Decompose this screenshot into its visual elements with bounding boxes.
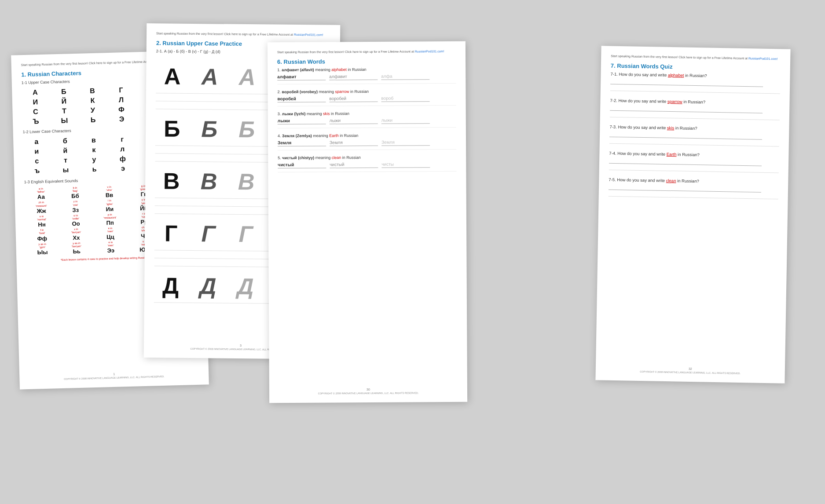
word-box-medium: лыжи: [330, 118, 378, 124]
sheet-russian-words-quiz: Start speaking Russian from the very fir…: [595, 46, 790, 383]
word-entry-4: 4. Земля (Zemlya) meaning Earth in Russi…: [278, 133, 456, 150]
equiv-item: e in'men' Цц: [94, 226, 127, 240]
char-cell: г: [109, 135, 136, 145]
char-cell: б: [51, 136, 79, 146]
equiv-item: n in'normal' Нн: [25, 215, 59, 228]
char-cell: Г: [107, 86, 135, 95]
q2-word: sparrow: [667, 99, 682, 104]
word-entry-2: 2. воробей (vorobey) meaning sparrow in …: [277, 89, 456, 106]
equiv-item: y as in'lavryan' Ьь: [60, 241, 93, 255]
char-cell: т: [52, 156, 79, 165]
equiv-item: y as in'gym' Ыы: [26, 242, 59, 256]
word-box-light: чисты: [381, 161, 430, 168]
big-char-main: Д: [154, 272, 187, 299]
q1-word: alphabet: [668, 73, 684, 78]
char-cell: э: [110, 164, 137, 173]
q3-word: skis: [667, 125, 675, 130]
q2-num: 7-2.: [610, 98, 618, 103]
equiv-item: o in'order' Оо: [59, 214, 92, 227]
char-cell: Т: [51, 106, 78, 116]
char-cell: С: [22, 107, 49, 117]
char-cell: В: [79, 86, 106, 96]
q3-text: How do you say and write: [618, 124, 667, 130]
big-char-v1: Б: [193, 116, 226, 142]
promo-text-3: Start speaking Russian from the very fir…: [277, 49, 456, 54]
word-title-2: 2. воробей (vorobey) meaning sparrow in …: [277, 89, 456, 94]
equiv-item: z in'zoo' Зз: [59, 200, 92, 214]
word-box-light: алфа: [381, 73, 429, 80]
answer-line-5: [609, 185, 762, 193]
word-box-light: Земля: [381, 139, 430, 146]
char-cell: Ъ: [22, 117, 50, 127]
word-box-bold: алфавит: [277, 74, 326, 81]
word-entry-1: 1. алфавит (alfavit) meaning alphabet in…: [277, 67, 456, 84]
q4-word: Earth: [667, 152, 677, 157]
big-char-v2: А: [231, 64, 264, 91]
equiv-item: a in'father' Аа: [24, 187, 58, 201]
answer-line-1: [610, 79, 763, 87]
q4-tail: in Russian?: [678, 152, 700, 157]
word-box-bold: чистый: [278, 162, 326, 169]
big-char-main: А: [156, 63, 189, 90]
q3-num: 7-3.: [609, 124, 618, 129]
char-cell: Й: [51, 97, 78, 106]
quiz-q2: 7-2. How do you say and write sparrow in…: [610, 98, 780, 121]
q5-tail: in Russian?: [677, 178, 699, 183]
sheet-russian-words: Start speaking Russian from the very fir…: [268, 41, 467, 403]
q5-text: How do you say and write: [617, 177, 666, 183]
q3-tail: in Russian?: [675, 125, 697, 131]
word-practice-5: чистый чистый чисты: [278, 161, 456, 168]
sheet3-page-num: 30: [269, 387, 467, 391]
char-cell: к: [81, 145, 108, 155]
q4-num: 7-4.: [609, 151, 617, 156]
word-box-medium: алфавит: [329, 74, 378, 80]
word-box-medium: чистый: [330, 162, 378, 168]
char-cell: ь: [81, 164, 108, 174]
q2-tail: in Russian?: [683, 99, 705, 105]
word-title-4: 4. Земля (Zemlya) meaning Earth in Russi…: [278, 133, 456, 138]
char-cell: У: [79, 106, 106, 115]
q1-num: 7-1.: [610, 72, 619, 77]
word-practice-3: лыжи лыжи лыжи: [278, 117, 456, 124]
q5-word: clean: [666, 178, 676, 183]
answer-line-4: [609, 158, 762, 166]
q2-text: How do you say and write: [618, 98, 667, 104]
quiz-q1: 7-1. How do you say and write alphabet i…: [610, 72, 781, 94]
word-box-bold: Земля: [278, 140, 326, 147]
q1-tail: in Russian?: [685, 73, 707, 78]
quiz-q5: 7-5. How do you say and write clean in R…: [609, 177, 779, 200]
char-cell: а: [23, 137, 50, 147]
equiv-item: p in'restaurant' Пп: [93, 213, 127, 226]
answer-line-2: [610, 106, 763, 113]
big-char-v1: Г: [192, 220, 225, 247]
char-cell: К: [79, 96, 106, 106]
big-char-main: В: [155, 168, 188, 194]
big-char-main: Б: [155, 115, 189, 142]
char-cell: ы: [52, 165, 80, 175]
char-cell: л: [109, 145, 136, 154]
word-box-medium: воробей: [329, 96, 378, 102]
char-cell: Б: [50, 87, 77, 97]
word-box-bold: лыжи: [278, 118, 326, 125]
big-char-v2: Г: [229, 221, 263, 248]
char-cell: И: [22, 98, 49, 107]
big-char-main: Г: [154, 220, 188, 247]
word-box-light: лыжи: [381, 117, 430, 124]
word-title-3: 3. лыжи (lyzhi) meaning skis in Russian: [278, 111, 456, 116]
big-char-v2: Д: [229, 273, 262, 300]
word-practice-1: алфавит алфавит алфа: [277, 73, 456, 80]
scene: Start speaking Russian from the very fir…: [0, 0, 825, 504]
equiv-item: x in'lavryan' Хх: [59, 227, 93, 241]
char-cell: ф: [109, 154, 136, 164]
q1-text: How do you say and write: [619, 72, 668, 77]
big-char-v1: А: [193, 63, 227, 90]
equiv-item: b in'bug' Бб: [59, 186, 92, 200]
quiz-q3: 7-3. How do you say and write skis in Ru…: [609, 124, 780, 147]
q5-num: 7-5.: [609, 177, 617, 182]
char-cell: с: [23, 157, 51, 166]
q4-text: How do you say and write: [617, 151, 667, 157]
big-char-v2: Б: [230, 116, 264, 143]
word-entry-3: 3. лыжи (lyzhi) meaning skis in Russian …: [278, 111, 456, 128]
char-cell: Л: [108, 95, 135, 105]
promo-text-2: Start speaking Russian from the very fir…: [156, 31, 330, 37]
